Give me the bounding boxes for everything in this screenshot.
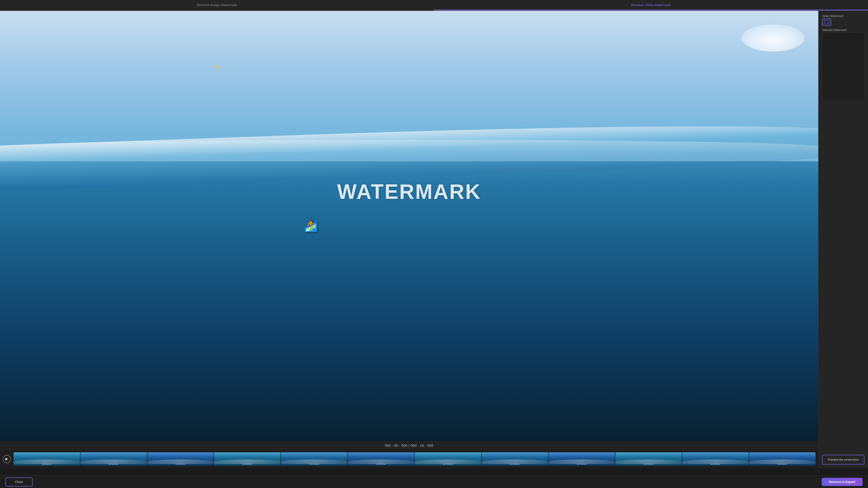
tab-image-watermark[interactable]: Remove Image Watermark <box>0 0 329 10</box>
tab-bar: Remove Image Watermark Remove Video Wate… <box>0 0 329 11</box>
video-area: 🏄 WATERMARK ✛ 000 : 00 : 000 / 000 : 10 … <box>0 11 329 184</box>
main-layout: 🏄 WATERMARK ✛ 000 : 00 : 000 / 000 : 10 … <box>0 11 329 184</box>
content-wrapper: Remove Image Watermark Remove Video Wate… <box>0 0 329 184</box>
wave-foam <box>0 140 329 184</box>
video-player[interactable]: 🏄 WATERMARK ✛ <box>0 11 329 184</box>
